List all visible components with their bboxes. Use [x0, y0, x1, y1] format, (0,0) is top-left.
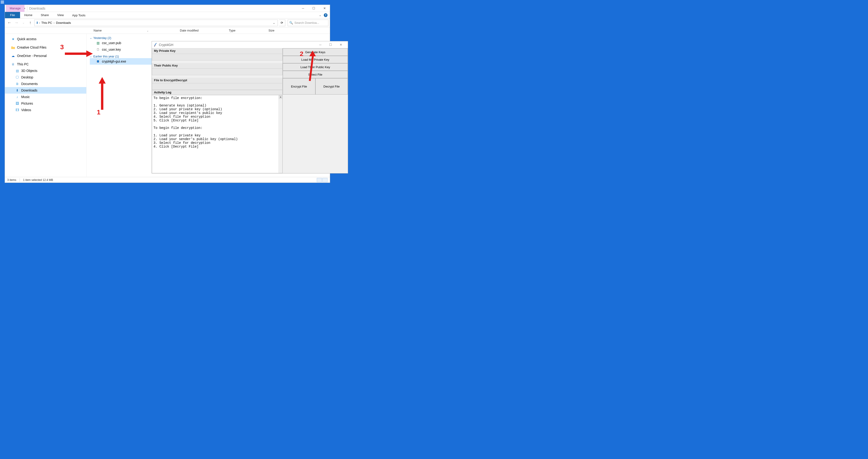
- recent-dropdown[interactable]: ⌄: [20, 20, 26, 26]
- tab-share[interactable]: Share: [37, 12, 53, 18]
- nav-label: Videos: [21, 108, 31, 112]
- window-title: Downloads: [25, 6, 298, 10]
- sort-indicator-icon: ⌄: [147, 29, 149, 32]
- address-bar[interactable]: ⬇ › This PC › Downloads ⌄: [34, 20, 278, 26]
- generic-file-icon: 🗋: [96, 48, 100, 52]
- nav-downloads[interactable]: ⬇ Downloads: [5, 87, 86, 94]
- address-bar-row: ← → ⌄ ↑ ⬇ › This PC › Downloads ⌄ ⟳ 🔍: [5, 19, 330, 27]
- search-input[interactable]: [294, 21, 327, 25]
- column-type[interactable]: Type: [226, 29, 266, 32]
- status-item-count: 3 items: [7, 178, 16, 182]
- breadcrumb-downloads[interactable]: Downloads: [55, 21, 72, 25]
- close-button[interactable]: ✕: [336, 41, 346, 48]
- group-label: Earlier this year (1): [93, 55, 119, 58]
- scroll-up-icon[interactable]: ▲: [279, 95, 282, 99]
- file-name: crypt4gh-gui.exe: [102, 60, 126, 63]
- nav-label: Downloads: [21, 88, 37, 92]
- nav-this-pc[interactable]: 🖥 This PC: [5, 61, 86, 67]
- file-name: csc_user.pub: [102, 41, 121, 45]
- breadcrumb-this-pc[interactable]: This PC: [40, 21, 53, 25]
- label-public-key: Their Public Key: [152, 63, 282, 69]
- up-button[interactable]: ↑: [27, 20, 33, 26]
- status-bar: 3 items 1 item selected 12.4 MB: [5, 177, 330, 182]
- ribbon: File Home Share View App Tools ⌄ ?: [5, 12, 330, 19]
- desktop-background: [0, 0, 5, 188]
- column-date[interactable]: Date modified: [178, 29, 226, 32]
- help-icon[interactable]: ?: [324, 13, 328, 17]
- pc-icon: 🖥: [11, 62, 15, 66]
- field-file[interactable]: [152, 83, 282, 90]
- objects3d-icon: ▧: [15, 69, 19, 73]
- desktop-icon[interactable]: [0, 0, 4, 9]
- navigation-pane[interactable]: ★ Quick access Creative Cloud Files ☁ On…: [5, 34, 87, 177]
- music-icon: ♪: [15, 95, 19, 99]
- search-box[interactable]: 🔍: [288, 20, 329, 26]
- minimize-button[interactable]: ─: [298, 5, 308, 12]
- column-name[interactable]: Name ⌄: [91, 29, 178, 32]
- nav-label: Music: [21, 95, 30, 99]
- address-history-icon[interactable]: ⌄: [272, 21, 276, 25]
- manage-tab[interactable]: Manage: [6, 5, 25, 12]
- cloud-icon: ☁: [11, 54, 15, 58]
- refresh-button[interactable]: ⟳: [279, 20, 285, 26]
- nav-creative-cloud[interactable]: Creative Cloud Files: [5, 44, 86, 51]
- decrypt-file-button[interactable]: Decrypt File: [315, 78, 348, 94]
- nav-documents[interactable]: 🗎 Documents: [5, 81, 86, 87]
- view-thumbnails-button[interactable]: [322, 178, 328, 182]
- titlebar[interactable]: ⬇ ☑ ▾ Manage Downloads ─ ☐ ✕: [5, 5, 330, 12]
- chevron-down-icon: ⌄: [90, 36, 92, 39]
- exe-file-icon: [96, 59, 100, 63]
- tab-file[interactable]: File: [5, 12, 20, 18]
- search-icon: 🔍: [289, 21, 293, 25]
- nav-label: Desktop: [21, 76, 33, 79]
- downloads-icon: ⬇: [15, 88, 19, 92]
- chevron-right-icon[interactable]: ›: [38, 21, 40, 25]
- nav-pictures[interactable]: 🖼 Pictures: [5, 100, 86, 107]
- label-activity-log: Activity Log: [152, 90, 282, 95]
- nav-quick-access[interactable]: ★ Quick access: [5, 36, 86, 42]
- field-private-key[interactable]: [152, 54, 282, 60]
- star-icon: ★: [11, 37, 15, 41]
- nav-3d-objects[interactable]: ▧ 3D Objects: [5, 67, 86, 74]
- activity-log-text: To begin file encryption: 1. Generate ke…: [154, 96, 238, 148]
- tab-view[interactable]: View: [53, 12, 68, 18]
- chevron-right-icon[interactable]: ›: [53, 21, 55, 25]
- view-details-button[interactable]: [317, 178, 322, 182]
- nav-onedrive[interactable]: ☁ OneDrive - Personal: [5, 53, 86, 59]
- scrollbar[interactable]: ▲: [279, 95, 282, 173]
- activity-log[interactable]: To begin file encryption: 1. Generate ke…: [152, 95, 282, 173]
- load-private-key-button[interactable]: Load My Private Key: [283, 56, 348, 63]
- downloads-arrow-icon: ⬇: [36, 21, 38, 25]
- load-public-key-button[interactable]: Load Their Public Key: [283, 63, 348, 71]
- nav-desktop[interactable]: 🖵 Desktop: [5, 74, 86, 81]
- minimize-button[interactable]: ─: [315, 41, 326, 48]
- file-name: csc_user.key: [102, 48, 121, 51]
- close-button[interactable]: ✕: [319, 5, 330, 12]
- chevron-down-icon: ⌄: [90, 55, 92, 58]
- status-selection: 1 item selected 12.4 MB: [23, 178, 53, 182]
- column-headers: Name ⌄ Date modified Type Size: [5, 27, 330, 34]
- select-file-button[interactable]: Select File: [283, 71, 348, 78]
- nav-label: Pictures: [21, 102, 33, 105]
- encrypt-file-button[interactable]: Encrypt File: [283, 78, 315, 94]
- ribbon-expand-icon[interactable]: ⌄: [319, 13, 321, 17]
- nav-label: 3D Objects: [21, 69, 37, 73]
- svg-rect-2: [97, 60, 99, 63]
- tab-home[interactable]: Home: [20, 12, 37, 18]
- forward-button[interactable]: →: [13, 20, 19, 26]
- field-public-key[interactable]: [152, 69, 282, 75]
- column-size[interactable]: Size: [266, 29, 294, 32]
- nav-label: OneDrive - Personal: [17, 54, 46, 58]
- nav-music[interactable]: ♪ Music: [5, 94, 86, 100]
- maximize-button[interactable]: ☐: [308, 5, 319, 12]
- maximize-button[interactable]: ☐: [326, 41, 336, 48]
- crypt4gh-titlebar[interactable]: Crypt4GH ─ ☐ ✕: [152, 41, 348, 48]
- group-label: Yesterday (2): [93, 36, 111, 40]
- tab-app-tools[interactable]: App Tools: [68, 12, 90, 18]
- videos-icon: 🎞: [15, 108, 19, 112]
- generate-keys-button[interactable]: Generate Keys: [283, 48, 348, 56]
- nav-videos[interactable]: 🎞 Videos: [5, 107, 86, 113]
- back-button[interactable]: ←: [6, 20, 12, 26]
- group-yesterday[interactable]: ⌄ Yesterday (2): [90, 36, 330, 40]
- pictures-icon: 🖼: [15, 101, 19, 106]
